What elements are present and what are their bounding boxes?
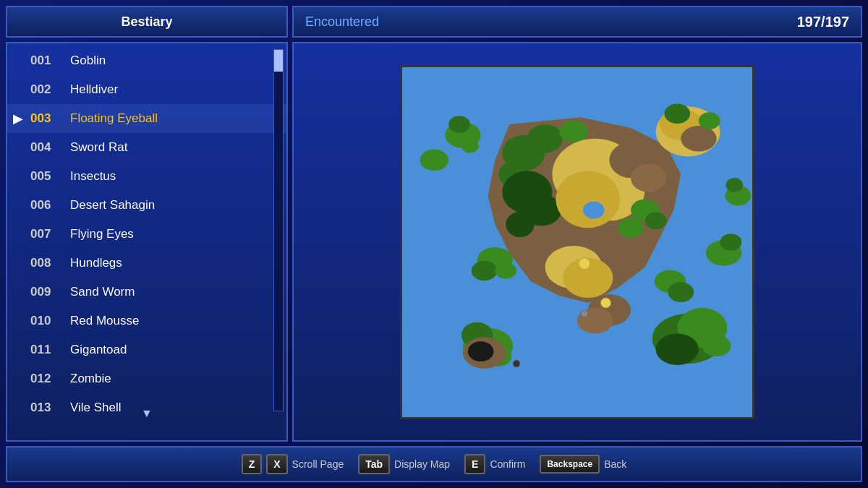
- svg-point-38: [468, 341, 494, 361]
- scroll-page-label: Scroll Page: [292, 458, 344, 470]
- scroll-down-icon[interactable]: ▼: [141, 407, 153, 420]
- list-item[interactable]: 010 Red Mousse: [7, 307, 286, 335]
- cursor-icon: ▶: [13, 111, 23, 127]
- svg-point-39: [513, 359, 520, 367]
- key-group-confirm: E Confirm: [464, 454, 525, 474]
- svg-point-11: [556, 171, 620, 228]
- key-z[interactable]: Z: [242, 454, 263, 474]
- list-item[interactable]: 001 Goblin: [7, 46, 286, 75]
- map-panel: [292, 42, 862, 442]
- svg-point-19: [699, 112, 720, 129]
- key-e[interactable]: E: [464, 454, 485, 474]
- svg-point-47: [495, 262, 516, 278]
- svg-point-12: [583, 201, 605, 218]
- key-backspace[interactable]: Backspace: [540, 455, 600, 474]
- svg-point-51: [726, 178, 743, 192]
- svg-point-33: [702, 335, 731, 356]
- scroll-thumb[interactable]: [274, 50, 283, 72]
- list-item[interactable]: 004 Sword Rat: [7, 133, 286, 162]
- key-x[interactable]: X: [266, 454, 287, 474]
- main-container: Bestiary Encountered 197/197 001 Goblin …: [0, 0, 868, 488]
- map-svg: [402, 67, 752, 417]
- encountered-header: Encountered 197/197: [292, 6, 862, 38]
- bestiary-title: Bestiary: [6, 6, 288, 38]
- svg-point-21: [448, 116, 470, 133]
- encounter-counter: 197/197: [797, 14, 849, 30]
- svg-point-46: [472, 260, 498, 281]
- header-bar: Bestiary Encountered 197/197: [6, 6, 862, 38]
- svg-point-5: [559, 121, 588, 142]
- footer-bar: Z X Scroll Page Tab Display Map E Confir…: [6, 446, 862, 482]
- svg-point-22: [461, 138, 479, 153]
- key-group-scroll: Z X Scroll Page: [242, 454, 344, 474]
- svg-point-43: [645, 212, 667, 229]
- key-group-map: Tab Display Map: [358, 454, 450, 474]
- list-item[interactable]: 007 Flying Eyes: [7, 220, 286, 249]
- list-panel: 001 Goblin 002 Helldiver ▶ 003 Floating …: [6, 42, 288, 442]
- list-item[interactable]: 012 Zombie: [7, 364, 286, 393]
- list-item[interactable]: 002 Helldiver: [7, 75, 286, 104]
- svg-point-26: [579, 257, 590, 269]
- svg-point-52: [581, 309, 588, 317]
- svg-point-4: [527, 124, 563, 153]
- svg-point-29: [601, 298, 611, 308]
- display-map-label: Display Map: [394, 458, 450, 470]
- content-area: 001 Goblin 002 Helldiver ▶ 003 Floating …: [6, 42, 862, 442]
- back-label: Back: [604, 458, 626, 470]
- svg-point-49: [668, 282, 694, 302]
- svg-point-8: [506, 211, 535, 237]
- svg-point-41: [720, 234, 742, 251]
- svg-point-23: [420, 149, 449, 171]
- bestiary-list: 001 Goblin 002 Helldiver ▶ 003 Floating …: [7, 43, 286, 440]
- list-item[interactable]: 005 Insectus: [7, 162, 286, 191]
- list-item[interactable]: 006 Desert Sahagin: [7, 191, 286, 220]
- list-item[interactable]: 011 Gigantoad: [7, 335, 286, 364]
- svg-point-14: [631, 163, 666, 192]
- encountered-label: Encountered: [305, 14, 379, 30]
- world-map: [400, 65, 754, 419]
- list-item-selected[interactable]: ▶ 003 Floating Eyeball: [7, 104, 286, 133]
- key-group-back: Backspace Back: [540, 455, 626, 474]
- confirm-label: Confirm: [490, 458, 525, 470]
- list-item[interactable]: 008 Hundlegs: [7, 249, 286, 278]
- list-item[interactable]: 009 Sand Worm: [7, 278, 286, 307]
- scrollbar[interactable]: [273, 49, 284, 411]
- key-tab[interactable]: Tab: [358, 454, 390, 474]
- svg-point-32: [656, 333, 699, 364]
- svg-point-17: [681, 125, 716, 151]
- svg-point-44: [618, 218, 644, 238]
- svg-point-18: [665, 103, 691, 124]
